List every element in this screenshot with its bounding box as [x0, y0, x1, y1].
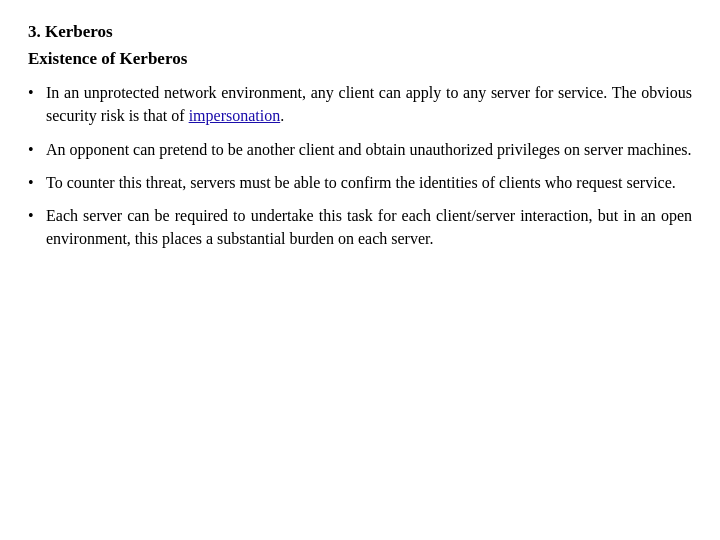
bullet-text-1: In an unprotected network environment, a…: [46, 81, 692, 127]
bullet-text-3: To counter this threat, servers must be …: [46, 171, 692, 194]
bullet-symbol: •: [28, 81, 46, 104]
bullet-list: • In an unprotected network environment,…: [28, 81, 692, 250]
bullet-symbol: •: [28, 204, 46, 227]
impersonation-link[interactable]: impersonation: [189, 107, 281, 124]
list-item: • In an unprotected network environment,…: [28, 81, 692, 127]
bullet-symbol: •: [28, 171, 46, 194]
slide-container: 3. Kerberos Existence of Kerberos • In a…: [28, 20, 692, 250]
list-item: • An opponent can pretend to be another …: [28, 138, 692, 161]
subsection-title: Existence of Kerberos: [28, 47, 692, 72]
list-item: • To counter this threat, servers must b…: [28, 171, 692, 194]
list-item: • Each server can be required to underta…: [28, 204, 692, 250]
section-title: 3. Kerberos: [28, 20, 692, 45]
bullet-text-2: An opponent can pretend to be another cl…: [46, 138, 692, 161]
bullet-symbol: •: [28, 138, 46, 161]
bullet-text-4: Each server can be required to undertake…: [46, 204, 692, 250]
